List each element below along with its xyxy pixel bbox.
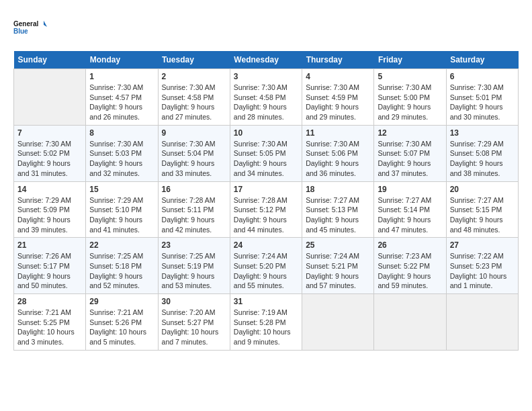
calendar-cell: 27Sunrise: 7:22 AMSunset: 5:23 PMDayligh… <box>446 238 518 294</box>
sunrise-label: Sunrise: 7:19 AM <box>234 308 287 316</box>
sunset-label: Sunset: 5:22 PM <box>378 262 430 270</box>
day-number: 1 <box>89 72 154 81</box>
calendar-table: SundayMondayTuesdayWednesdayThursdayFrid… <box>13 51 519 351</box>
sunrise-label: Sunrise: 7:30 AM <box>378 140 431 148</box>
daylight-label: Daylight: 9 hours and 37 minutes. <box>378 159 431 177</box>
weekday-header-friday: Friday <box>374 51 446 69</box>
calendar-cell: 5Sunrise: 7:30 AMSunset: 5:00 PMDaylight… <box>374 69 446 126</box>
day-info: Sunrise: 7:28 AMSunset: 5:11 PMDaylight:… <box>162 195 226 235</box>
day-number: 7 <box>17 128 82 138</box>
sunset-label: Sunset: 5:17 PM <box>17 262 70 270</box>
calendar-cell: 14Sunrise: 7:29 AMSunset: 5:09 PMDayligh… <box>14 181 86 238</box>
day-number: 13 <box>450 128 515 138</box>
daylight-label: Daylight: 10 hours and 5 minutes. <box>89 328 146 346</box>
day-number: 14 <box>17 185 82 194</box>
calendar-cell: 20Sunrise: 7:27 AMSunset: 5:15 PMDayligh… <box>446 181 518 238</box>
day-info: Sunrise: 7:22 AMSunset: 5:23 PMDaylight:… <box>450 251 515 291</box>
weekday-header-tuesday: Tuesday <box>158 51 230 69</box>
week-row-4: 21Sunrise: 7:26 AMSunset: 5:17 PMDayligh… <box>14 238 519 294</box>
day-number: 22 <box>89 240 154 250</box>
day-number: 17 <box>234 185 298 194</box>
day-info: Sunrise: 7:23 AMSunset: 5:22 PMDaylight:… <box>378 251 442 291</box>
day-info: Sunrise: 7:30 AMSunset: 4:58 PMDaylight:… <box>234 83 298 122</box>
day-info: Sunrise: 7:24 AMSunset: 5:21 PMDaylight:… <box>306 251 370 291</box>
calendar-cell: 18Sunrise: 7:27 AMSunset: 5:13 PMDayligh… <box>302 181 374 238</box>
sunrise-label: Sunrise: 7:30 AM <box>306 83 359 91</box>
sunset-label: Sunset: 5:05 PM <box>234 149 286 157</box>
sunrise-label: Sunrise: 7:25 AM <box>89 252 143 260</box>
svg-text:Blue: Blue <box>13 28 28 35</box>
day-info: Sunrise: 7:29 AMSunset: 5:10 PMDaylight:… <box>89 195 154 235</box>
day-info: Sunrise: 7:27 AMSunset: 5:13 PMDaylight:… <box>306 195 370 235</box>
calendar-cell: 21Sunrise: 7:26 AMSunset: 5:17 PMDayligh… <box>14 238 86 294</box>
sunset-label: Sunset: 5:28 PM <box>234 318 286 326</box>
day-info: Sunrise: 7:20 AMSunset: 5:27 PMDaylight:… <box>162 308 226 347</box>
daylight-label: Daylight: 9 hours and 41 minutes. <box>89 216 142 234</box>
day-info: Sunrise: 7:30 AMSunset: 5:01 PMDaylight:… <box>450 83 515 122</box>
daylight-label: Daylight: 10 hours and 1 minute. <box>450 272 507 290</box>
day-info: Sunrise: 7:25 AMSunset: 5:18 PMDaylight:… <box>89 251 154 291</box>
sunset-label: Sunset: 5:10 PM <box>89 205 142 214</box>
sunrise-label: Sunrise: 7:30 AM <box>162 140 216 148</box>
weekday-header-monday: Monday <box>86 51 158 69</box>
sunset-label: Sunset: 4:59 PM <box>306 93 358 101</box>
sunset-label: Sunset: 5:19 PM <box>162 262 214 270</box>
calendar-cell: 6Sunrise: 7:30 AMSunset: 5:01 PMDaylight… <box>446 69 518 126</box>
calendar-cell: 19Sunrise: 7:27 AMSunset: 5:14 PMDayligh… <box>374 181 446 238</box>
daylight-label: Daylight: 9 hours and 45 minutes. <box>306 216 359 234</box>
daylight-label: Daylight: 9 hours and 47 minutes. <box>378 216 431 234</box>
calendar-cell: 13Sunrise: 7:29 AMSunset: 5:08 PMDayligh… <box>446 125 518 181</box>
sunrise-label: Sunrise: 7:30 AM <box>234 83 287 91</box>
day-info: Sunrise: 7:24 AMSunset: 5:20 PMDaylight:… <box>234 251 298 291</box>
day-info: Sunrise: 7:30 AMSunset: 5:06 PMDaylight:… <box>306 139 370 179</box>
calendar-cell: 31Sunrise: 7:19 AMSunset: 5:28 PMDayligh… <box>230 294 302 351</box>
calendar-cell: 22Sunrise: 7:25 AMSunset: 5:18 PMDayligh… <box>86 238 158 294</box>
sunrise-label: Sunrise: 7:24 AM <box>306 252 359 260</box>
day-info: Sunrise: 7:30 AMSunset: 4:57 PMDaylight:… <box>89 83 154 122</box>
sunset-label: Sunset: 5:13 PM <box>306 205 358 214</box>
sunset-label: Sunset: 5:07 PM <box>378 149 430 157</box>
sunrise-label: Sunrise: 7:27 AM <box>450 196 504 204</box>
sunrise-label: Sunrise: 7:23 AM <box>378 252 431 260</box>
day-info: Sunrise: 7:29 AMSunset: 5:09 PMDaylight:… <box>17 195 82 235</box>
logo: General Blue <box>13 13 47 40</box>
sunset-label: Sunset: 4:58 PM <box>234 93 286 101</box>
day-number: 16 <box>162 185 226 194</box>
svg-marker-2 <box>44 21 47 27</box>
day-info: Sunrise: 7:30 AMSunset: 5:04 PMDaylight:… <box>162 139 226 179</box>
daylight-label: Daylight: 9 hours and 30 minutes. <box>450 103 503 121</box>
week-row-2: 7Sunrise: 7:30 AMSunset: 5:02 PMDaylight… <box>14 125 519 181</box>
day-number: 11 <box>306 128 370 138</box>
sunrise-label: Sunrise: 7:30 AM <box>450 83 504 91</box>
daylight-label: Daylight: 9 hours and 33 minutes. <box>162 159 215 177</box>
day-info: Sunrise: 7:30 AMSunset: 5:02 PMDaylight:… <box>17 139 82 179</box>
day-info: Sunrise: 7:30 AMSunset: 5:07 PMDaylight:… <box>378 139 442 179</box>
calendar-cell: 29Sunrise: 7:21 AMSunset: 5:26 PMDayligh… <box>86 294 158 351</box>
daylight-label: Daylight: 10 hours and 3 minutes. <box>17 328 75 346</box>
day-number: 3 <box>234 72 298 81</box>
calendar-cell: 24Sunrise: 7:24 AMSunset: 5:20 PMDayligh… <box>230 238 302 294</box>
calendar-cell: 7Sunrise: 7:30 AMSunset: 5:02 PMDaylight… <box>14 125 86 181</box>
daylight-label: Daylight: 9 hours and 52 minutes. <box>89 272 142 290</box>
weekday-header-thursday: Thursday <box>302 51 374 69</box>
sunset-label: Sunset: 5:12 PM <box>234 205 286 214</box>
day-info: Sunrise: 7:27 AMSunset: 5:15 PMDaylight:… <box>450 195 515 235</box>
week-row-1: 1Sunrise: 7:30 AMSunset: 4:57 PMDaylight… <box>14 69 519 126</box>
weekday-header-saturday: Saturday <box>446 51 518 69</box>
day-number: 4 <box>306 72 370 81</box>
day-info: Sunrise: 7:30 AMSunset: 5:05 PMDaylight:… <box>234 139 298 179</box>
calendar-cell: 26Sunrise: 7:23 AMSunset: 5:22 PMDayligh… <box>374 238 446 294</box>
day-number: 15 <box>89 185 154 194</box>
day-number: 23 <box>162 240 226 250</box>
sunrise-label: Sunrise: 7:29 AM <box>17 196 71 204</box>
sunrise-label: Sunrise: 7:30 AM <box>162 83 216 91</box>
sunrise-label: Sunrise: 7:30 AM <box>306 140 359 148</box>
day-info: Sunrise: 7:30 AMSunset: 4:58 PMDaylight:… <box>162 83 226 122</box>
calendar-cell <box>446 294 518 351</box>
sunset-label: Sunset: 4:57 PM <box>89 93 142 101</box>
sunset-label: Sunset: 5:11 PM <box>162 205 214 214</box>
calendar-cell: 1Sunrise: 7:30 AMSunset: 4:57 PMDaylight… <box>86 69 158 126</box>
sunset-label: Sunset: 5:26 PM <box>89 318 142 326</box>
daylight-label: Daylight: 9 hours and 29 minutes. <box>378 103 431 121</box>
day-info: Sunrise: 7:29 AMSunset: 5:08 PMDaylight:… <box>450 139 515 179</box>
